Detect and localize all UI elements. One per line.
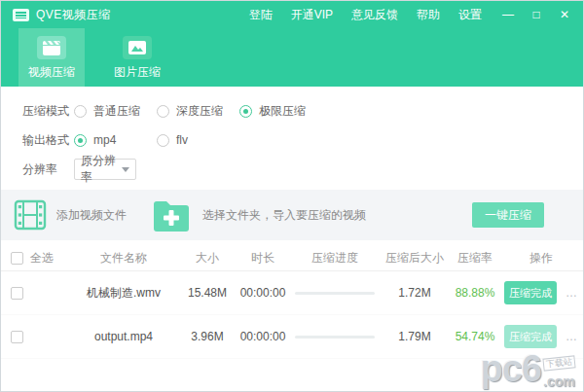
radio-checked-icon <box>239 105 252 118</box>
radio-icon <box>74 105 87 118</box>
radio-mp4[interactable]: mp4 <box>74 133 157 147</box>
table-row: output.mp4 3.96M 00:00:00 1.79M 54.74% 压… <box>1 315 583 359</box>
header-progress: 压缩进度 <box>291 250 379 267</box>
add-video-label[interactable]: 添加视频文件 <box>56 207 127 224</box>
compress-all-button[interactable]: 一键压缩 <box>472 202 544 228</box>
radio-normal-compress[interactable]: 普通压缩 <box>74 103 157 120</box>
file-size: 3.96M <box>180 330 235 343</box>
watermark-suffix: .com <box>543 374 575 389</box>
compression-ratio: 88.88% <box>451 286 499 300</box>
compress-done-button[interactable]: 压缩完成 <box>504 281 557 304</box>
resolution-row: 分辨率 原分辨率 <box>22 155 583 184</box>
radio-deep-compress[interactable]: 深度压缩 <box>157 103 239 120</box>
minimize-button[interactable]: — <box>501 8 515 21</box>
tab-strip: 视频压缩 图片压缩 <box>1 28 583 87</box>
file-name: output.mp4 <box>67 330 180 343</box>
menu-help[interactable]: 帮助 <box>417 7 440 23</box>
compressed-size: 1.72M <box>379 286 451 300</box>
window-controls: — □ ✕ <box>501 8 571 21</box>
resolution-label: 分辨率 <box>22 161 74 178</box>
output-format-row: 输出格式 mp4 flv <box>22 125 583 155</box>
header-ratio: 压缩率 <box>451 250 499 267</box>
tab-video-label: 视频压缩 <box>28 64 75 81</box>
more-options-icon[interactable]: … <box>566 330 578 343</box>
compress-done-button[interactable]: 压缩完成 <box>504 325 557 348</box>
compress-mode-label: 压缩模式 <box>22 103 74 120</box>
app-window: QVE视频压缩 登陆 开通VIP 意见反馈 帮助 设置 — □ ✕ 视频压缩 <box>0 0 584 392</box>
window-title: QVE视频压缩 <box>36 7 111 23</box>
table-header: 全选 文件名称 大小 时长 压缩进度 压缩后大小 压缩率 操作 <box>1 246 583 271</box>
row-checkbox[interactable] <box>11 331 23 343</box>
add-folder-icon[interactable] <box>152 199 191 232</box>
table-row: 机械制造.wmv 15.48M 00:00:00 1.72M 88.88% 压缩… <box>1 271 583 315</box>
file-table: 全选 文件名称 大小 时长 压缩进度 压缩后大小 压缩率 操作 机械制造.wmv… <box>1 246 583 359</box>
maximize-button[interactable]: □ <box>529 8 543 21</box>
tab-video-compress[interactable]: 视频压缩 <box>18 28 85 87</box>
file-name: 机械制造.wmv <box>67 285 180 302</box>
select-all-checkbox[interactable] <box>11 252 23 265</box>
tab-image-label: 图片压缩 <box>114 64 161 81</box>
compression-ratio: 54.74% <box>451 330 499 343</box>
more-options-icon[interactable]: … <box>566 286 578 300</box>
titlebar-menu: 登陆 开通VIP 意见反馈 帮助 设置 <box>249 7 482 23</box>
header-size: 大小 <box>180 250 235 267</box>
chevron-down-icon <box>122 167 129 172</box>
row-checkbox[interactable] <box>11 287 23 300</box>
close-button[interactable]: ✕ <box>558 8 571 21</box>
compress-mode-row: 压缩模式 普通压缩 深度压缩 极限压缩 <box>22 96 583 125</box>
file-duration: 00:00:00 <box>235 286 291 300</box>
select-all-label: 全选 <box>30 250 54 267</box>
resolution-select[interactable]: 原分辨率 <box>74 159 136 180</box>
titlebar: QVE视频压缩 登陆 开通VIP 意见反馈 帮助 设置 — □ ✕ <box>1 1 583 28</box>
compressed-size: 1.79M <box>379 330 451 343</box>
radio-checked-icon <box>74 134 87 147</box>
radio-icon <box>157 105 169 118</box>
menu-settings[interactable]: 设置 <box>458 7 482 23</box>
file-duration: 00:00:00 <box>235 330 291 343</box>
header-operation: 操作 <box>499 250 583 267</box>
clapperboard-icon <box>37 36 66 59</box>
output-format-label: 输出格式 <box>22 132 74 149</box>
settings-form: 压缩模式 普通压缩 深度压缩 极限压缩 输出格式 mp4 flv <box>1 87 583 184</box>
header-duration: 时长 <box>235 250 291 267</box>
progress-bar <box>291 292 379 295</box>
menu-login[interactable]: 登陆 <box>249 7 273 23</box>
tab-image-compress[interactable]: 图片压缩 <box>104 28 170 87</box>
radio-icon <box>157 134 169 147</box>
menu-feedback[interactable]: 意见反馈 <box>351 7 398 23</box>
menu-vip[interactable]: 开通VIP <box>291 7 333 23</box>
header-compressed-size: 压缩后大小 <box>379 250 451 267</box>
file-size: 15.48M <box>180 286 235 300</box>
file-actions-bar: 添加视频文件 选择文件夹，导入要压缩的视频 一键压缩 <box>1 190 583 240</box>
film-strip-icon[interactable] <box>14 198 47 232</box>
radio-extreme-compress[interactable]: 极限压缩 <box>239 103 322 120</box>
image-icon <box>123 36 152 59</box>
progress-bar <box>291 336 379 339</box>
select-folder-label: 选择文件夹，导入要压缩的视频 <box>202 207 366 224</box>
radio-flv[interactable]: flv <box>157 133 239 147</box>
header-file-name: 文件名称 <box>67 250 180 267</box>
app-logo-icon <box>13 9 29 21</box>
